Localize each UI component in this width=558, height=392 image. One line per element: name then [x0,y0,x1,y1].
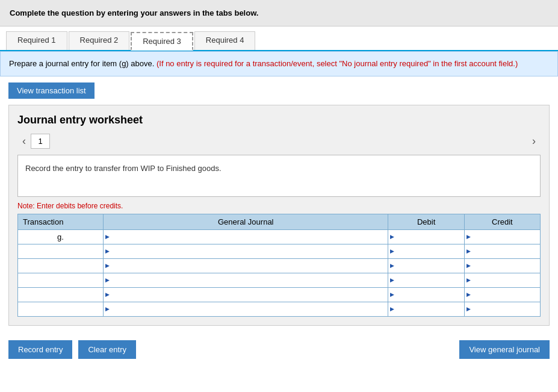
debits-note: Note: Enter debits before credits. [17,202,541,210]
credit-cell-4[interactable] [464,273,540,287]
debit-cell-4[interactable] [388,273,464,287]
debit-input-4[interactable] [397,273,463,287]
worksheet-container: Journal entry worksheet ‹ 1 › Record the… [8,105,550,326]
tab-required-2[interactable]: Required 2 [69,31,130,50]
instruction-note: (If no entry is required for a transacti… [157,59,518,68]
worksheet-title: Journal entry worksheet [17,114,541,126]
journal-input-3[interactable] [112,259,388,273]
table-row [18,302,541,316]
col-header-debit: Debit [388,214,464,229]
prev-arrow[interactable]: ‹ [17,135,31,148]
credit-input-2[interactable] [473,244,540,258]
debit-cell-3[interactable] [388,258,464,273]
debit-cell-1[interactable] [388,229,464,244]
journal-input-4[interactable] [112,273,388,287]
journal-input-1[interactable] [112,230,388,244]
transaction-cell-6 [18,302,104,316]
journal-table: Transaction General Journal Debit Credit… [17,214,541,317]
bottom-btn-row: Record entry Clear entry View general jo… [0,334,558,365]
journal-cell-5[interactable] [104,287,388,302]
next-arrow[interactable]: › [527,135,541,148]
view-general-journal-button[interactable]: View general journal [459,340,550,359]
transaction-cell-1: g. [18,229,104,244]
debit-cell-2[interactable] [388,244,464,258]
tabs-bar: Required 1 Required 2 Required 3 Require… [0,26,558,51]
table-row [18,273,541,287]
instruction-box: Prepare a journal entry for item (g) abo… [0,51,558,76]
tab-required-1[interactable]: Required 1 [6,31,67,50]
col-header-transaction: Transaction [18,214,104,229]
nav-row: ‹ 1 › [17,134,541,149]
journal-cell-3[interactable] [104,258,388,273]
journal-cell-4[interactable] [104,273,388,287]
tab-required-4[interactable]: Required 4 [194,31,256,50]
credit-cell-1[interactable] [464,229,540,244]
debit-input-5[interactable] [397,288,463,302]
debit-input-1[interactable] [397,230,463,244]
credit-cell-6[interactable] [464,302,540,316]
credit-input-3[interactable] [473,259,540,273]
journal-input-5[interactable] [112,288,388,302]
table-row [18,244,541,258]
table-row: g. [18,229,541,244]
record-entry-button[interactable]: Record entry [8,340,72,359]
top-instruction: Complete the question by entering your a… [0,0,558,26]
credit-cell-5[interactable] [464,287,540,302]
journal-cell-6[interactable] [104,302,388,316]
transaction-cell-2 [18,244,104,258]
debit-input-3[interactable] [397,259,463,273]
credit-cell-3[interactable] [464,258,540,273]
credit-input-1[interactable] [473,230,540,244]
debit-cell-6[interactable] [388,302,464,316]
credit-input-4[interactable] [473,273,540,287]
page-number: 1 [31,134,50,149]
debit-cell-5[interactable] [388,287,464,302]
journal-input-6[interactable] [112,302,388,316]
view-transaction-button[interactable]: View transaction list [8,82,95,99]
tab-required-3[interactable]: Required 3 [131,32,193,51]
journal-input-2[interactable] [112,244,388,258]
transaction-cell-3 [18,258,104,273]
view-btn-row: View transaction list [0,76,558,105]
debit-input-6[interactable] [397,302,463,316]
journal-cell-2[interactable] [104,244,388,258]
col-header-credit: Credit [464,214,540,229]
debit-input-2[interactable] [397,244,463,258]
entry-description: Record the entry to transfer from WIP to… [17,155,541,197]
clear-entry-button[interactable]: Clear entry [78,340,136,359]
credit-cell-2[interactable] [464,244,540,258]
table-row [18,287,541,302]
transaction-cell-4 [18,273,104,287]
col-header-general-journal: General Journal [104,214,388,229]
journal-cell-1[interactable] [104,229,388,244]
transaction-cell-5 [18,287,104,302]
credit-input-5[interactable] [473,288,540,302]
instruction-main: Prepare a journal entry for item (g) abo… [9,59,154,68]
table-row [18,258,541,273]
credit-input-6[interactable] [473,302,540,316]
